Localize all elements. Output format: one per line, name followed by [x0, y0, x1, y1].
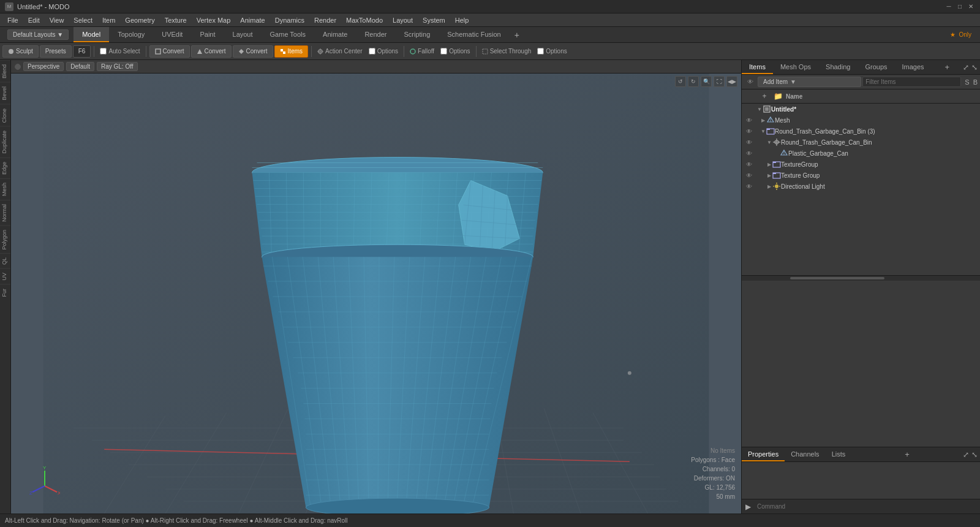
eye-texture-group2[interactable]: 👁: [744, 159, 754, 169]
expand-texture-group[interactable]: ▶: [766, 172, 772, 178]
menu-animate[interactable]: Animate: [235, 15, 270, 25]
left-tab-edge[interactable]: Edge: [0, 157, 10, 178]
item-row-garbage-group[interactable]: 👁 ▼ Round_Trash_Garbage_Can_Bin (3): [742, 126, 980, 137]
menu-select[interactable]: Select: [69, 15, 97, 25]
filter-search-icon[interactable]: S: [962, 78, 971, 86]
eye-mesh[interactable]: 👁: [744, 115, 754, 125]
convert-button-1[interactable]: Convert: [149, 45, 190, 58]
viewport-shading[interactable]: Default: [66, 62, 94, 71]
close-button[interactable]: ✕: [967, 2, 975, 11]
filter-items-input[interactable]: [862, 77, 961, 87]
maximize-button[interactable]: □: [956, 2, 964, 11]
expand-garbage-bin[interactable]: ▼: [766, 139, 772, 145]
item-row-garbage-bin[interactable]: 👁 ▼ Round_Trash_Garbage_Can_Bin: [742, 137, 980, 148]
viewport-ctrl-frame[interactable]: ⛶: [714, 76, 725, 87]
tab-channels[interactable]: Channels: [785, 448, 825, 461]
tab-lists[interactable]: Lists: [826, 448, 852, 461]
right-bottom-add[interactable]: +: [900, 447, 914, 461]
expand-garbage-group[interactable]: ▼: [760, 128, 766, 134]
viewport-camera[interactable]: Perspective: [23, 62, 64, 71]
left-tab-duplicate[interactable]: Duplicate: [0, 126, 10, 157]
expand-dir-light[interactable]: ▶: [766, 183, 772, 189]
convert-button-3[interactable]: Convert: [233, 45, 273, 58]
left-tab-fur[interactable]: Fur: [0, 284, 10, 301]
convert-button-2[interactable]: Convert: [191, 45, 232, 58]
tab-game-tools[interactable]: Game Tools: [262, 27, 315, 42]
viewport-ctrl-rotate-reset[interactable]: ↺: [675, 76, 686, 87]
left-tab-polygon[interactable]: Polygon: [0, 226, 10, 254]
menu-vertex-map[interactable]: Vertex Map: [192, 15, 236, 25]
add-item-button[interactable]: Add Item ▼: [758, 77, 861, 87]
presets-button[interactable]: Presets: [40, 45, 72, 58]
viewport-ctrl-zoom[interactable]: 🔍: [701, 76, 712, 87]
menu-system[interactable]: System: [418, 15, 450, 25]
menu-help[interactable]: Help: [450, 15, 474, 25]
items-button[interactable]: Items: [274, 45, 308, 58]
tab-render[interactable]: Render: [356, 27, 395, 42]
menu-maxtomodo[interactable]: MaxToModo: [341, 15, 388, 25]
expand-mesh[interactable]: ▶: [760, 117, 766, 123]
command-input[interactable]: [755, 503, 980, 510]
minimize-button[interactable]: ─: [944, 2, 953, 11]
tab-properties[interactable]: Properties: [742, 448, 785, 461]
viewport-ctrl-rotate-cw[interactable]: ↻: [688, 76, 699, 87]
item-row-dir-light[interactable]: 👁 ▶ Directional Light: [742, 181, 980, 192]
left-tab-ql[interactable]: QL: [0, 253, 10, 268]
right-tab-shading[interactable]: Shading: [818, 61, 858, 74]
options-toggle-2[interactable]: Options: [438, 48, 472, 55]
layout-dropdown[interactable]: Default Layouts ▼: [7, 29, 69, 40]
tab-topology[interactable]: Topology: [109, 27, 153, 42]
menu-geometry[interactable]: Geometry: [120, 15, 159, 25]
right-tab-images[interactable]: Images: [895, 61, 932, 74]
right-panel-collapse[interactable]: ⤡: [971, 63, 978, 72]
options-toggle-1[interactable]: Options: [366, 48, 401, 55]
item-row-plastic-garbage[interactable]: 👁 Plastic_Garbage_Can: [742, 148, 980, 159]
add-tab-button[interactable]: +: [510, 27, 524, 42]
item-row-untitled[interactable]: ▼ Untitled*: [742, 104, 980, 115]
expand-texture-group2[interactable]: ▶: [766, 161, 772, 167]
right-tab-groups[interactable]: Groups: [858, 61, 894, 74]
options-toggle-3[interactable]: Options: [535, 48, 569, 55]
item-row-mesh[interactable]: 👁 ▶ Mesh: [742, 115, 980, 126]
items-folder-icon[interactable]: 📁: [772, 91, 783, 102]
right-tab-add[interactable]: +: [940, 60, 954, 74]
menu-file[interactable]: File: [2, 15, 23, 25]
right-panel-expand[interactable]: ⤢: [963, 63, 969, 72]
viewport-dot[interactable]: [15, 64, 21, 70]
left-tab-normal[interactable]: Normal: [0, 200, 10, 226]
menu-item[interactable]: Item: [97, 15, 120, 25]
left-tab-uv[interactable]: UV: [0, 268, 10, 284]
left-tab-clone[interactable]: Clone: [0, 104, 10, 127]
f6-button[interactable]: F6: [73, 45, 91, 58]
select-through-toggle[interactable]: Select Through: [480, 48, 534, 55]
menu-dynamics[interactable]: Dynamics: [270, 15, 309, 25]
right-bottom-expand[interactable]: ⤢: [963, 450, 969, 459]
tab-schematic-fusion[interactable]: Schematic Fusion: [439, 27, 509, 42]
filter-b-icon[interactable]: B: [973, 78, 978, 86]
expand-plastic-garbage[interactable]: [774, 150, 780, 156]
menu-texture[interactable]: Texture: [160, 15, 192, 25]
item-row-texture-group[interactable]: 👁 ▶ Texture Group: [742, 170, 980, 181]
tab-scripting[interactable]: Scripting: [395, 27, 439, 42]
eye-garbage-group[interactable]: 👁: [744, 126, 754, 136]
left-tab-mesh[interactable]: Mesh: [0, 178, 10, 200]
sculpt-button[interactable]: Sculpt: [2, 45, 39, 58]
scene-3d[interactable]: ↺ ↻ 🔍 ⛶ ◀▶: [11, 74, 741, 514]
tab-paint[interactable]: Paint: [191, 27, 224, 42]
tab-layout[interactable]: Layout: [224, 27, 262, 42]
menu-edit[interactable]: Edit: [23, 15, 45, 25]
items-add-icon[interactable]: +: [759, 91, 770, 102]
viewport-gl[interactable]: Ray GL: Off: [97, 62, 138, 71]
viewport[interactable]: Perspective Default Ray GL: Off ↺ ↻ 🔍 ⛶ …: [11, 60, 741, 514]
items-scrollbar[interactable]: [742, 276, 980, 281]
auto-select-toggle[interactable]: Auto Select: [97, 48, 142, 55]
auto-select-checkbox[interactable]: [100, 48, 107, 55]
options-checkbox-1[interactable]: [369, 48, 375, 55]
items-list[interactable]: ▼ Untitled* 👁 ▶ Mesh 👁: [742, 104, 980, 275]
right-tab-mesh-ops[interactable]: Mesh Ops: [773, 61, 818, 74]
left-tab-bevel[interactable]: Bevel: [0, 82, 10, 104]
right-bottom-collapse[interactable]: ⤡: [971, 450, 978, 459]
menu-render[interactable]: Render: [309, 15, 341, 25]
eye-garbage-bin[interactable]: 👁: [744, 137, 754, 147]
menu-view[interactable]: View: [45, 15, 69, 25]
